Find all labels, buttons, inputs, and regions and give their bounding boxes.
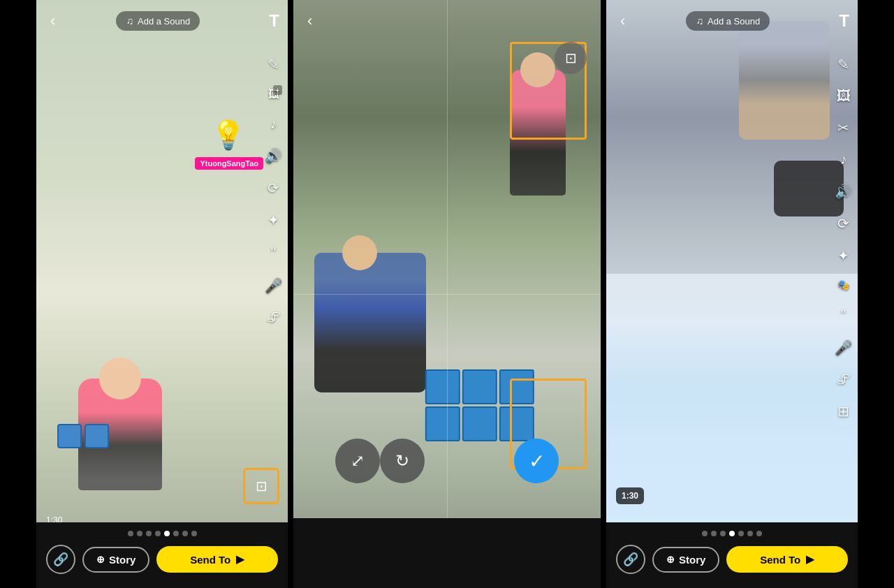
mid-box-5 [462, 406, 497, 441]
left-magic-tool[interactable]: ✦ [268, 212, 279, 228]
dot-7 [182, 531, 188, 536]
left-story-icon: ⊕ [96, 554, 105, 565]
left-bottom-bar: 🔗 ⊕ Story Send To ▶ [36, 522, 288, 588]
right-dot-3 [720, 531, 726, 536]
right-timestamp-box: 1:30 [616, 487, 644, 504]
right-music-icon: ♫ [696, 15, 703, 27]
dot-4 [155, 531, 161, 536]
right-dot-1 [702, 531, 708, 536]
mid-box-2 [462, 369, 497, 404]
expand-button[interactable]: ⤢ [335, 439, 380, 483]
right-dot-7 [756, 531, 762, 536]
middle-horizontal-line [293, 294, 601, 295]
middle-back-button[interactable]: ‹ [302, 8, 318, 34]
box2 [85, 424, 109, 448]
check-icon: ✓ [529, 450, 545, 473]
dot-5-active [164, 531, 170, 536]
right-music-tool[interactable]: ♪ [840, 152, 847, 168]
mid-box-1 [425, 369, 460, 404]
right-mic-tool[interactable]: 🎤 [835, 339, 852, 356]
left-link-tool[interactable]: 🖇 [267, 309, 281, 325]
left-send-to-button[interactable]: Send To ▶ [156, 546, 278, 573]
right-send-to-label: Send To [760, 554, 800, 566]
middle-video-area: ⊡ ‹ ⤢ ↻ ✓ [293, 0, 601, 588]
box1 [57, 424, 82, 448]
right-bottom-actions: 🔗 ⊕ Story Send To ▶ [616, 545, 848, 574]
right-toolbar: ✎ 🖼 ✂ ♪ 🔊 ⟳ ✦ 🎭 " 🎤 🖇 ⊞ [835, 56, 852, 420]
right-link-button[interactable]: 🔗 [616, 545, 645, 574]
left-mic-tool[interactable]: 🎤 [265, 277, 282, 294]
right-send-to-button[interactable]: Send To ▶ [726, 546, 848, 573]
left-add-sound-label: Add a Sound [138, 16, 190, 27]
dot-2 [137, 531, 142, 536]
toy-boxes [57, 424, 109, 448]
right-dot-4-active [729, 531, 735, 536]
left-music-tool[interactable]: ♪ [270, 116, 277, 132]
middle-bottom-bar [293, 518, 601, 588]
lightbulb-sticker[interactable]: 💡 [211, 119, 246, 152]
left-link-button[interactable]: 🔗 [46, 545, 75, 574]
brand-sticker[interactable]: YtuongSangTao [195, 157, 263, 170]
right-text-tool-header[interactable]: T [839, 11, 849, 31]
right-story-label: Story [679, 554, 705, 566]
boxes-grid-mid [425, 369, 534, 441]
left-quote-tool[interactable]: " [271, 244, 277, 262]
right-back-button[interactable]: ‹ [615, 8, 631, 34]
right-bottom-bar: 🔗 ⊕ Story Send To ▶ [606, 522, 858, 588]
right-quote-tool[interactable]: " [841, 306, 847, 324]
left-back-button[interactable]: ‹ [45, 8, 61, 34]
left-header: ‹ ♫ Add a Sound T [36, 0, 288, 42]
middle-crop-tool-button[interactable]: ⊡ [555, 42, 587, 74]
middle-bottom-controls: ⤢ ↻ ✓ [293, 439, 601, 483]
left-bottom-actions: 🔗 ⊕ Story Send To ▶ [46, 545, 278, 574]
child-stand-figure [510, 70, 566, 196]
left-story-button[interactable]: ⊕ Story [82, 547, 149, 573]
middle-panel: ⊡ ‹ ⤢ ↻ ✓ [293, 0, 601, 588]
left-music-icon: ♫ [126, 15, 133, 27]
rotate-button[interactable]: ↻ [380, 439, 425, 483]
left-text-tool-header[interactable]: T [269, 11, 279, 31]
dot-6 [173, 531, 179, 536]
right-grid-tool[interactable]: ⊞ [837, 403, 849, 420]
right-magic-tool[interactable]: ✦ [837, 247, 849, 264]
right-sticker-tool[interactable]: 🖼 [837, 88, 851, 104]
rotate-icon: ↻ [395, 451, 409, 471]
middle-header: ‹ [293, 0, 601, 42]
left-panel: 💡 YtuongSangTao ‹ ♫ Add a Sound T ✎ + 🖼 … [36, 0, 288, 588]
right-story-button[interactable]: ⊕ Story [652, 547, 719, 573]
left-story-label: Story [109, 554, 135, 566]
right-scissors-tool[interactable]: ✂ [837, 119, 849, 136]
left-crop-box[interactable]: ⊡ [243, 468, 279, 504]
right-video-area: ‹ ♫ Add a Sound T ✎ 🖼 ✂ ♪ 🔊 ⟳ ✦ 🎭 " 🎤 🖇 … [606, 0, 858, 588]
adult-figure-mid [314, 253, 426, 392]
confirm-button[interactable]: ✓ [514, 439, 559, 483]
left-progress-dots [46, 531, 278, 536]
right-progress-dots [616, 531, 848, 536]
left-send-to-label: Send To [190, 554, 230, 566]
right-header: ‹ ♫ Add a Sound T [606, 0, 858, 42]
right-sticker2-tool[interactable]: 🎭 [837, 279, 849, 291]
right-add-sound-label: Add a Sound [708, 16, 760, 27]
left-sticker-tool[interactable]: + 🖼 [268, 88, 279, 101]
mid-box-3 [499, 369, 534, 404]
left-add-sound-button[interactable]: ♫ Add a Sound [116, 11, 200, 31]
left-crop-icon[interactable]: ⊡ [243, 468, 279, 504]
right-story-icon: ⊕ [666, 554, 675, 565]
right-volume-tool[interactable]: 🔊 [835, 183, 852, 200]
play-mat [606, 274, 858, 518]
right-send-to-icon: ▶ [806, 553, 814, 566]
right-timer-tool[interactable]: ⟳ [837, 215, 849, 232]
left-pen-tool[interactable]: ✎ [268, 56, 279, 73]
right-add-sound-button[interactable]: ♫ Add a Sound [686, 11, 770, 31]
left-crop-symbol: ⊡ [256, 478, 268, 494]
right-dot-2 [711, 531, 717, 536]
mid-box-4 [425, 406, 460, 441]
right-panel: ‹ ♫ Add a Sound T ✎ 🖼 ✂ ♪ 🔊 ⟳ ✦ 🎭 " 🎤 🖇 … [606, 0, 858, 588]
right-pen-tool[interactable]: ✎ [837, 56, 849, 73]
left-toolbar: ✎ + 🖼 ♪ 🔊 ⟳ ✦ " 🎤 🖇 [265, 56, 282, 325]
left-timer-tool[interactable]: ⟳ [268, 179, 279, 196]
dot-8 [191, 531, 197, 536]
right-dot-6 [747, 531, 753, 536]
right-link2-tool[interactable]: 🖇 [837, 372, 851, 388]
left-volume-tool[interactable]: 🔊 [265, 147, 282, 164]
